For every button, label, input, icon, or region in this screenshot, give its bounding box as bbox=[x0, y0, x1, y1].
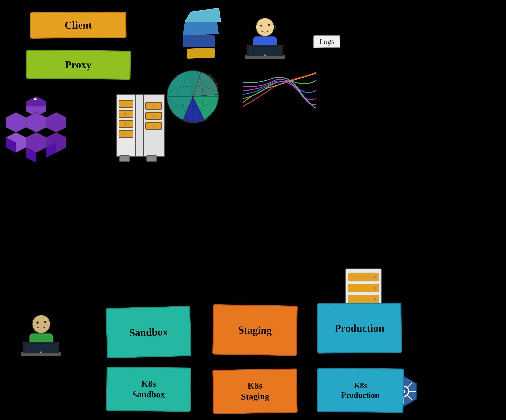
logs-box: Logs bbox=[313, 35, 340, 48]
production-box: Production bbox=[317, 303, 402, 354]
k8s-staging-box: K8s Staging bbox=[213, 368, 298, 414]
svg-rect-0 bbox=[186, 48, 215, 59]
k8s-staging-label: K8s Staging bbox=[240, 381, 269, 402]
svg-point-62 bbox=[374, 298, 376, 300]
proxy-label: Proxy bbox=[65, 59, 92, 71]
logs-label: Logs bbox=[320, 37, 334, 46]
svg-rect-37 bbox=[120, 156, 130, 162]
svg-point-49 bbox=[44, 321, 46, 323]
svg-point-44 bbox=[153, 115, 155, 117]
svg-point-42 bbox=[125, 133, 126, 135]
svg-rect-1 bbox=[183, 35, 215, 47]
client-box: Client bbox=[30, 12, 126, 39]
staging-label: Staging bbox=[238, 324, 272, 336]
svg-rect-53 bbox=[25, 344, 58, 352]
server-rack-icon bbox=[108, 90, 171, 163]
k8s-sandbox-box: K8s Sandbox bbox=[106, 367, 191, 412]
svg-rect-38 bbox=[146, 156, 157, 162]
svg-point-5 bbox=[256, 18, 274, 36]
svg-point-61 bbox=[374, 287, 376, 289]
sandbox-label: Sandbox bbox=[129, 326, 168, 339]
svg-point-39 bbox=[125, 103, 126, 105]
svg-point-60 bbox=[374, 276, 376, 278]
svg-point-41 bbox=[125, 123, 126, 125]
svg-point-6 bbox=[260, 25, 262, 27]
svg-point-54 bbox=[40, 351, 42, 353]
svg-point-47 bbox=[32, 315, 50, 333]
svg-point-7 bbox=[268, 24, 270, 26]
client-label: Client bbox=[65, 19, 92, 31]
svg-point-43 bbox=[153, 105, 155, 107]
svg-point-45 bbox=[153, 125, 155, 127]
svg-point-12 bbox=[264, 54, 266, 56]
svg-point-40 bbox=[125, 113, 126, 115]
line-chart-icon bbox=[241, 62, 317, 114]
production-label: Production bbox=[334, 322, 384, 334]
person-laptop-bottom-icon bbox=[18, 313, 64, 371]
k8s-production-label: K8s Production bbox=[341, 381, 380, 400]
proxy-box: Proxy bbox=[26, 50, 131, 80]
k8s-production-box: K8s Production bbox=[317, 368, 404, 413]
pie-chart-icon bbox=[165, 68, 221, 125]
k8s-sandbox-label: K8s Sandbox bbox=[132, 379, 165, 400]
stack-boxes-icon bbox=[179, 6, 223, 60]
svg-point-48 bbox=[36, 322, 39, 324]
diagram-container: Client Proxy Logs bbox=[0, 0, 506, 420]
svg-rect-11 bbox=[249, 46, 281, 55]
hex-cluster-icon bbox=[4, 96, 68, 163]
sandbox-box: Sandbox bbox=[106, 306, 191, 358]
staging-box: Staging bbox=[213, 304, 298, 356]
